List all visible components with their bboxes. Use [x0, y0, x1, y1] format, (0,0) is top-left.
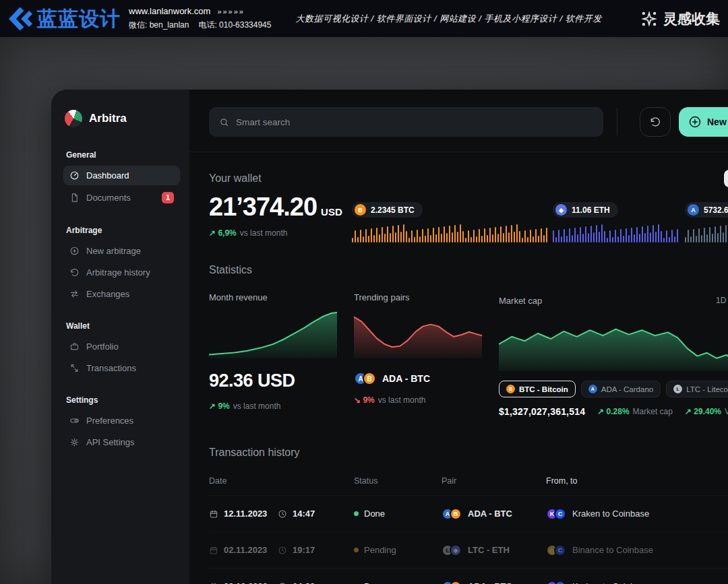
new-arbitrage-button[interactable]: New a: [679, 107, 728, 137]
transaction-row[interactable]: 12.11.202314:47DoneABADA - BTCKCKraken t…: [209, 495, 728, 531]
sidebar-item-transactions[interactable]: Transactions: [63, 358, 180, 378]
coin-pill-label: BTC - Bitcoin: [519, 385, 568, 393]
column-header-date: Date: [209, 476, 354, 486]
range-buttons: 1D7D1M: [709, 292, 728, 309]
portfolio-icon: [69, 342, 80, 352]
coin-pill-ada[interactable]: AADA - Cardano: [581, 381, 661, 397]
sidebar-item-label: Documents: [86, 193, 131, 203]
sidebar-item-arbitrage-history[interactable]: Arbitrage history: [63, 263, 180, 282]
topbar-separator: [189, 152, 728, 152]
sidebar: Arbitra GeneralDashboardDocuments1Arbitr…: [51, 90, 189, 584]
coin-pill-btc[interactable]: BBTC - Bitcoin: [499, 381, 576, 397]
status-label: Done: [364, 509, 385, 519]
statistics-title: Statistics: [209, 264, 728, 276]
holding-bars-btc: [352, 224, 549, 242]
coin-pill-label: ADA - Cardano: [601, 385, 653, 393]
wallet-title: Your wallet: [209, 172, 262, 185]
market-cap-value: $1,327,027,361,514: [499, 406, 585, 417]
app-logo-row[interactable]: Arbitra: [63, 110, 180, 127]
collect-label: 灵感收集: [663, 9, 720, 28]
column-header-from-to: From, to: [546, 476, 704, 486]
lanlan-logo[interactable]: 蓝蓝设计: [5, 5, 121, 33]
trending-pair-label: ADA - BTC: [382, 373, 430, 384]
plus-icon: [688, 115, 702, 129]
desktop-background: Arbitra GeneralDashboardDocuments1Arbitr…: [0, 37, 728, 584]
transaction-time: 14:47: [293, 509, 315, 519]
sidebar-item-new-arbitrage[interactable]: New arbitrage: [63, 241, 180, 261]
transaction-pair-cell: ABADA - BTC: [442, 508, 546, 520]
transaction-row[interactable]: 02.11.202319:17PendingŁ◆LTC - ETH◇CBinan…: [209, 531, 728, 568]
holding-bars-ada: [685, 224, 728, 242]
range-button-1d[interactable]: 1D: [709, 292, 728, 309]
wallet-change: ↗ 6,9%vs last month: [209, 226, 352, 238]
sidebar-item-exchanges[interactable]: Exchanges: [63, 284, 180, 304]
pair-coin-icons: AB: [442, 581, 462, 584]
wallet-currencies-button[interactable]: Currencies: [724, 170, 728, 187]
transaction-history-title: Transaction history: [209, 447, 728, 459]
column-header-amount: [704, 476, 728, 486]
app-name: Arbitra: [89, 112, 127, 125]
coinbase-coin-icon: C: [554, 508, 566, 520]
wallet-section: Your wallet CurrenciesE 21’374.20USD ↗ 6…: [209, 170, 728, 242]
sidebar-section-general: General: [66, 150, 177, 160]
new-arbitrage-button-label: New a: [707, 117, 728, 127]
trending-pairs-change: ↘ 9%vs last month: [354, 393, 482, 405]
trending-pairs-chart: [354, 311, 482, 358]
marketcap-coin-pills: BBTC - BitcoinAADA - CardanoŁLTC - Litec…: [499, 381, 728, 397]
search-placeholder: Smart search: [236, 117, 290, 127]
transaction-row[interactable]: 29.10.202304:23DoneABADA - BTCKCKraken t…: [209, 568, 728, 584]
sidebar-item-dashboard[interactable]: Dashboard: [63, 166, 180, 185]
transactions-header: DateStatusPairFrom, to: [209, 476, 728, 495]
month-revenue-value: 92.36 USD: [209, 370, 337, 391]
transaction-amount: 0.002: [704, 509, 728, 519]
topbar-divider: [617, 108, 617, 135]
sidebar-nav: GeneralDashboardDocuments1ArbitrageNew a…: [63, 150, 180, 452]
btc-coin-icon: B: [363, 372, 376, 385]
statistics-section: Statistics Month revenue 92.36 USD ↗ 9%v…: [209, 264, 728, 417]
sidebar-item-preferences[interactable]: Preferences: [63, 411, 180, 430]
coin-pill-ltc[interactable]: ŁLTC - Litecoin: [666, 381, 728, 397]
transaction-status-cell: Done: [354, 509, 442, 519]
history-button[interactable]: [640, 107, 671, 137]
sidebar-item-portfolio[interactable]: Portfolio: [63, 337, 180, 356]
holding-pill-btc: B2.2345 BTC: [352, 202, 423, 218]
exchange-icons: KC: [546, 581, 566, 584]
sidebar-section-arbitrage: Arbitrage: [66, 226, 177, 235]
holding-bars-eth: [553, 224, 681, 242]
btc-coin-icon: B: [450, 581, 462, 584]
clock-icon: [278, 546, 287, 555]
holding-eth: ◆11.06 ETH: [553, 202, 681, 242]
history-icon: [69, 267, 80, 278]
sidebar-item-documents[interactable]: Documents1: [63, 187, 180, 208]
transaction-date: 29.10.2023: [224, 581, 272, 584]
sidebar-item-label: Transactions: [86, 363, 136, 373]
from-to-label: Kraken to Coinbase: [572, 581, 649, 584]
sidebar-item-api-settings[interactable]: API Settings: [63, 432, 180, 452]
transaction-date-cell: 29.10.202304:23: [209, 581, 354, 584]
holding-pill-eth: ◆11.06 ETH: [553, 202, 618, 218]
lanlan-logo-text: 蓝蓝设计: [37, 9, 121, 29]
status-label: Pending: [364, 545, 396, 555]
preferences-icon: [69, 416, 80, 426]
sidebar-item-label: Exchanges: [86, 289, 129, 299]
clock-icon: [278, 509, 287, 519]
transaction-history-section: Transaction history DateStatusPairFrom, …: [209, 447, 728, 584]
trending-pair-icons: AB: [354, 372, 376, 385]
change-suffix: Volume (2: [725, 407, 728, 416]
sidebar-item-label: New arbitrage: [86, 246, 141, 256]
change-suffix: Market cap: [633, 407, 673, 416]
inspiration-collect-link[interactable]: 灵感收集: [640, 9, 720, 28]
market-cap-chart: [499, 317, 728, 371]
search-input[interactable]: Smart search: [209, 107, 603, 137]
sparkle-icon: [640, 10, 658, 28]
api-icon: [69, 437, 80, 447]
transaction-date-cell: 02.11.202319:17: [209, 545, 354, 555]
btc-coin-icon: B: [450, 508, 462, 520]
pair-label: LTC - ETH: [468, 545, 510, 555]
transaction-date: 02.11.2023: [224, 545, 272, 555]
holding-amount: 5732.61 ADA: [704, 205, 728, 215]
holding-btc: B2.2345 BTC: [352, 202, 549, 242]
document-icon: [69, 193, 80, 203]
status-label: Done: [364, 581, 385, 584]
dashboard-icon: [69, 170, 80, 181]
